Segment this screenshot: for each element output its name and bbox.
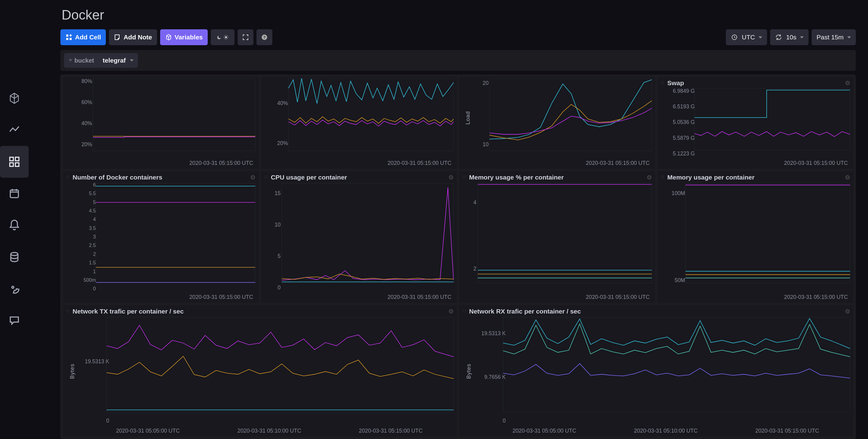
svg-point-8 <box>11 253 18 256</box>
help-icon: ? <box>261 34 268 41</box>
timezone-value: UTC <box>742 34 755 41</box>
svg-rect-0 <box>10 157 13 161</box>
note-icon <box>114 34 121 41</box>
gear-icon[interactable]: ⚙ <box>845 174 850 181</box>
fullscreen-button[interactable] <box>238 29 253 45</box>
svg-rect-1 <box>15 157 19 161</box>
cell-r0c0: 80% 60% 40% 20% 2020-03-31 05:15:00 UTC <box>63 77 259 169</box>
gear-icon[interactable]: ⚙ <box>845 79 850 87</box>
svg-rect-10 <box>66 34 68 37</box>
x-axis-ticks: 2020-03-31 05:05:00 UTC 2020-03-31 05:10… <box>63 427 457 437</box>
drag-handle-icon[interactable] <box>264 175 269 179</box>
svg-line-21 <box>224 38 225 39</box>
refresh-dropdown[interactable]: 10s <box>770 29 808 45</box>
svg-line-18 <box>224 36 225 36</box>
cell-container-count: Number of Docker containers ⚙ 65.5 54.5 … <box>63 171 259 303</box>
add-note-button[interactable]: Add Note <box>109 29 157 45</box>
svg-rect-29 <box>288 79 454 151</box>
cell-title: Network TX trafic per container / sec <box>72 308 184 315</box>
svg-rect-39 <box>478 183 652 283</box>
svg-rect-4 <box>10 190 19 198</box>
variables-button[interactable]: Variables <box>160 29 208 45</box>
svg-rect-50 <box>503 318 850 412</box>
nav-explore[interactable] <box>0 114 29 146</box>
cell-title: Memory usage % per container <box>469 174 564 181</box>
x-axis-ticks: 2020-03-31 05:05:00 UTC 2020-03-31 05:10… <box>459 427 854 437</box>
x-axis-tick: 2020-03-31 05:15:00 UTC <box>261 159 457 169</box>
gear-icon[interactable]: ⚙ <box>448 174 454 181</box>
nav-alerts[interactable] <box>0 209 29 241</box>
nav-tasks[interactable] <box>0 178 29 209</box>
cell-mem-per-container: Memory usage per container ⚙ 100M 50M <box>657 171 854 303</box>
theme-toggle-button[interactable] <box>211 29 235 45</box>
chart-r0c0 <box>63 77 259 155</box>
variable-value: telegraf <box>98 57 138 64</box>
nav-load-data[interactable] <box>0 241 29 273</box>
nav-feedback[interactable] <box>0 305 29 336</box>
filter-icon <box>68 58 72 63</box>
x-axis-tick: 2020-03-31 05:15:00 UTC <box>63 293 259 303</box>
page-title: Docker <box>38 0 859 26</box>
chart-r0c2 <box>459 77 655 155</box>
fullscreen-icon <box>242 34 249 41</box>
cell-grid: 80% 60% 40% 20% 2020-03-31 05:15:00 UTC <box>60 75 856 439</box>
cell-title: Number of Docker containers <box>72 174 162 181</box>
add-cell-button[interactable]: Add Cell <box>60 29 106 45</box>
svg-rect-49 <box>107 318 454 412</box>
svg-rect-3 <box>15 163 19 166</box>
svg-rect-37 <box>282 183 454 283</box>
drag-handle-icon[interactable] <box>66 309 70 314</box>
drag-handle-icon[interactable] <box>661 81 665 85</box>
cell-r0c2: Load 20 10 2020-03-31 05:15:00 UTC <box>459 77 655 169</box>
chart-net-tx <box>63 316 457 414</box>
x-axis-tick: 2020-03-31 05:15:00 UTC <box>657 293 854 303</box>
add-cell-label: Add Cell <box>75 34 101 41</box>
chevron-down-icon <box>758 36 762 38</box>
svg-line-20 <box>227 36 227 36</box>
refresh-value: 10s <box>786 34 796 41</box>
nav-data[interactable] <box>0 82 29 114</box>
gear-icon[interactable]: ⚙ <box>647 174 652 181</box>
variables-label: Variables <box>175 34 203 41</box>
svg-rect-30 <box>490 79 652 151</box>
x-axis-tick: 2020-03-31 05:15:00 UTC <box>63 159 259 169</box>
cell-title: Network RX trafic per container / sec <box>469 308 581 315</box>
chart-cpu-per-container <box>261 182 457 285</box>
svg-rect-32 <box>96 183 255 283</box>
x-axis-tick: 2020-03-31 05:15:00 UTC <box>459 159 655 169</box>
cell-title: Swap <box>667 79 684 87</box>
gear-icon[interactable]: ⚙ <box>845 308 850 315</box>
x-axis-tick: 2020-03-31 05:15:00 UTC <box>657 159 854 169</box>
cell-title: Memory usage per container <box>667 174 754 181</box>
chart-container-count <box>63 182 259 285</box>
time-range-dropdown[interactable]: Past 15m <box>812 29 856 45</box>
drag-handle-icon[interactable] <box>462 175 467 179</box>
cell-net-rx: Network RX trafic per container / sec ⚙ … <box>459 305 854 437</box>
gear-icon[interactable]: ⚙ <box>448 308 454 315</box>
nav-dashboards[interactable] <box>0 146 29 178</box>
chart-mem-per-container <box>657 182 854 285</box>
x-axis-tick: 2020-03-31 05:15:00 UTC <box>459 293 655 303</box>
variable-bar: bucket telegraf <box>60 50 856 71</box>
variable-pill[interactable]: bucket telegraf <box>64 53 138 68</box>
svg-rect-12 <box>69 38 72 40</box>
drag-handle-icon[interactable] <box>661 175 665 179</box>
timezone-dropdown[interactable]: UTC <box>726 29 767 45</box>
svg-rect-31 <box>694 89 850 150</box>
clock-icon <box>731 34 738 41</box>
sun-icon <box>223 34 229 40</box>
drag-handle-icon[interactable] <box>66 175 70 179</box>
chart-mem-pct <box>459 182 655 285</box>
svg-line-19 <box>227 38 227 39</box>
gear-icon[interactable]: ⚙ <box>250 174 255 181</box>
cell-net-tx: Network TX trafic per container / sec ⚙ … <box>63 305 457 437</box>
help-button[interactable]: ? <box>256 29 272 45</box>
svg-rect-44 <box>686 183 850 283</box>
cell-cpu-per-container: CPU usage per container ⚙ 1510 50 <box>261 171 457 303</box>
drag-handle-icon[interactable] <box>462 309 467 314</box>
cell-r0c1: 40% 20% 2020-03-31 05:15:00 UTC <box>261 77 457 169</box>
moon-icon <box>217 34 222 40</box>
x-axis-tick: 2020-03-31 05:15:00 UTC <box>261 293 457 303</box>
add-note-label: Add Note <box>124 34 152 41</box>
nav-settings[interactable] <box>0 273 29 305</box>
